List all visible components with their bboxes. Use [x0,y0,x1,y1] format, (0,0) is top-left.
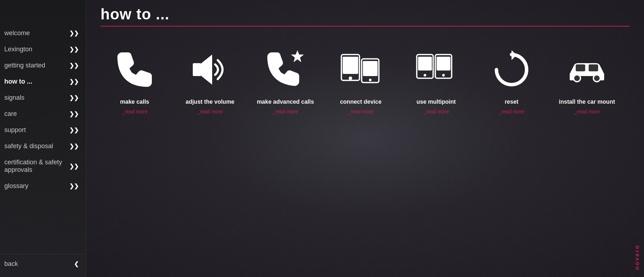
sidebar-item-support[interactable]: support ❯❯ [0,122,86,138]
chevron-left-icon: ❮ [74,260,79,267]
sidebar-item-label: welcome [4,29,30,37]
card-car-mount[interactable]: install the car mount _read more [553,48,621,114]
sidebar-item-label: signals [4,94,24,102]
svg-rect-18 [576,65,585,71]
sidebar-item-label: glossary [4,182,28,190]
svg-point-20 [574,75,580,81]
page-header: how to ... [86,0,644,23]
sidebar-nav: welcome ❯❯ Lexington ❯❯ getting started … [0,0,86,254]
chevron-right-icon: ❯❯ [69,127,79,133]
card-connect-device[interactable]: connect device _read more [327,48,395,114]
sidebar-item-signals[interactable]: signals ❯❯ [0,90,86,106]
back-label: back [4,260,18,268]
card-adjust-volume[interactable]: adjust the volume _read more [176,48,244,114]
card-label-car-mount: install the car mount [559,98,615,106]
chevron-right-icon: ❯❯ [69,111,79,117]
svg-point-21 [593,75,600,81]
card-advanced-calls[interactable]: make advanced calls _read more [251,48,319,114]
car-icon [565,48,608,91]
card-make-calls[interactable]: make calls _read more [101,48,169,114]
card-read-more-multipoint[interactable]: _read more [423,109,449,114]
svg-rect-5 [343,57,358,74]
svg-point-4 [349,76,352,80]
svg-text:1: 1 [440,60,445,72]
card-multipoint[interactable]: 2 1 use multipoint _read more [402,48,470,114]
sidebar-item-safety-disposal[interactable]: safety & disposal ❯❯ [0,138,86,154]
chevron-right-icon: ❯❯ [69,143,79,150]
chevron-right-icon: ❯❯ [69,46,79,53]
chevron-right-icon: ❯❯ [69,78,79,85]
svg-rect-0 [193,63,201,76]
card-read-more-adjust-volume[interactable]: _read more [197,109,223,114]
sidebar-item-label: certification & safety approvals [4,159,69,174]
card-read-more-reset[interactable]: _read more [499,109,524,114]
card-label-multipoint: use multipoint [416,98,456,106]
sidebar: welcome ❯❯ Lexington ❯❯ getting started … [0,0,86,277]
card-read-more-connect-device[interactable]: _read more [348,109,374,114]
chevron-right-icon: ❯❯ [69,183,79,189]
sidebar-item-label: safety & disposal [4,142,53,150]
chevron-right-icon: ❯❯ [69,30,79,37]
phone-icon [113,48,156,91]
sidebar-item-glossary[interactable]: glossary ❯❯ [0,178,86,194]
volume-icon [188,48,232,91]
card-read-more-car-mount[interactable]: _read more [574,109,600,114]
reset-icon [490,48,533,91]
svg-rect-8 [363,61,378,76]
svg-marker-2 [291,50,304,62]
main-content: how to ... make calls _read more adjust … [86,0,644,277]
card-label-connect-device: connect device [340,98,382,106]
svg-marker-17 [512,50,517,60]
chevron-right-icon: ❯❯ [69,62,79,69]
sidebar-item-label: support [4,126,26,134]
card-label-advanced-calls: make advanced calls [257,98,314,106]
sidebar-item-label: how to ... [4,78,32,85]
card-label-reset: reset [505,98,518,106]
svg-point-10 [424,74,426,76]
card-read-more-make-calls[interactable]: _read more [122,109,148,114]
svg-marker-1 [201,55,212,85]
cards-container: make calls _read more adjust the volume … [86,27,644,114]
sidebar-item-certification[interactable]: certification & safety approvals ❯❯ [0,154,86,178]
svg-text:2: 2 [427,60,433,72]
page-title: how to ... [101,6,630,23]
card-label-adjust-volume: adjust the volume [186,98,234,106]
chevron-right-icon: ❯❯ [69,163,79,170]
brand-logo: novero [634,244,640,270]
sidebar-item-how-to[interactable]: how to ... ❯❯ [0,74,86,90]
devices-icon [339,48,382,91]
phone-star-icon [264,48,307,91]
sidebar-item-getting-started[interactable]: getting started ❯❯ [0,57,86,74]
svg-point-14 [442,74,445,76]
chevron-right-icon: ❯❯ [69,94,79,101]
multipoint-icon: 2 1 [415,48,458,91]
sidebar-item-lexington[interactable]: Lexington ❯❯ [0,41,86,57]
svg-rect-19 [589,65,598,71]
sidebar-item-label: care [4,110,17,118]
sidebar-item-welcome[interactable]: welcome ❯❯ [0,25,86,41]
sidebar-item-label: getting started [4,62,45,69]
card-read-more-advanced-calls[interactable]: _read more [272,109,298,114]
sidebar-item-label: Lexington [4,46,32,53]
back-button[interactable]: back ❮ [0,254,86,273]
card-reset[interactable]: reset _read more [477,48,546,114]
card-label-make-calls: make calls [120,98,149,106]
svg-point-7 [369,79,372,81]
sidebar-item-care[interactable]: care ❯❯ [0,106,86,122]
